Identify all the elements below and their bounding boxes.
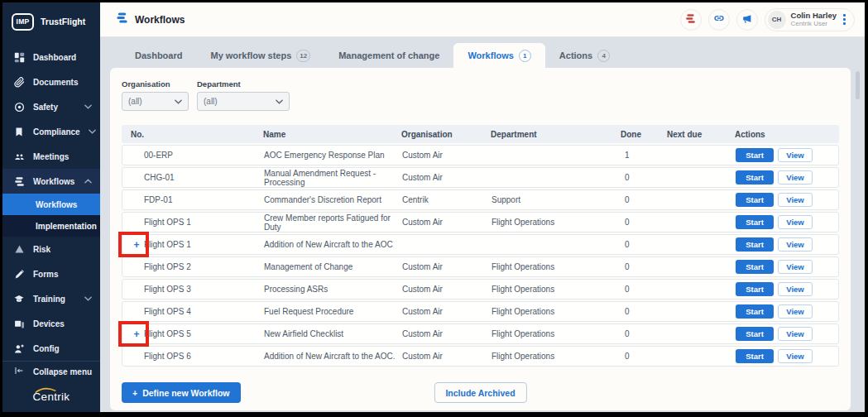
start-button[interactable]: Start (736, 170, 774, 185)
announcements-button[interactable] (736, 9, 758, 31)
centrik-logo: Centrik (33, 391, 70, 403)
imp-logo: IMP (12, 13, 34, 31)
start-button[interactable]: Start (736, 215, 774, 229)
sidebar-item-config[interactable]: Config (2, 336, 100, 361)
start-button[interactable]: Start (736, 148, 774, 162)
brand-area: IMP TrustFlight (2, 2, 100, 41)
row-organisation: Custom Air (402, 352, 492, 361)
table-row: Flight OPS 3 Processing ASRs Custom Air … (122, 279, 839, 300)
organisation-label: Organisation (122, 79, 189, 89)
page-title: Workflows (135, 14, 185, 26)
view-button[interactable]: View (778, 304, 813, 319)
sidebar-item-training[interactable]: Training (2, 286, 100, 311)
include-archived-button[interactable]: Include Archived (434, 382, 526, 403)
row-no: CHG-01 (144, 173, 175, 182)
meetings-icon (13, 151, 25, 162)
scrollbar-thumb[interactable] (856, 71, 860, 99)
row-organisation: Custom Air (402, 285, 492, 294)
collapse-arrow-icon (13, 366, 25, 377)
link-button[interactable] (708, 9, 730, 31)
chevron-up-icon (84, 179, 93, 184)
row-done: 1 (621, 151, 668, 160)
tab-workflows[interactable]: Workflows 1 (453, 43, 544, 68)
tab-actions[interactable]: Actions 4 (545, 43, 624, 68)
workflow-status-button[interactable] (680, 9, 702, 31)
view-button[interactable]: View (778, 349, 813, 363)
workflows-panel: Organisation (all) Department (all) (110, 68, 851, 410)
table-rows: 00-ERP AOC Emergency Response Plan Custo… (122, 145, 839, 367)
sidebar-subitem-label: Implementation (36, 222, 97, 231)
table-row: +Flight OPS 5 New Airfield Checklist Cus… (122, 324, 839, 344)
column-name: Name (263, 130, 401, 139)
tab-management-of-change[interactable]: Management of change (324, 43, 453, 68)
sidebar-item-documents[interactable]: Documents (2, 70, 100, 94)
sidebar-item-workflows[interactable]: Workflows (2, 169, 100, 194)
view-button[interactable]: View (778, 170, 813, 185)
sidebar-item-label: Compliance (33, 127, 80, 137)
department-select[interactable]: (all) (197, 92, 290, 111)
panel-footer: + Define new Workflow Include Archived (122, 382, 839, 403)
column-next-due: Next due (667, 130, 735, 139)
organisation-select[interactable]: (all) (122, 92, 189, 111)
collapse-menu-label: Collapse menu (33, 367, 92, 376)
sidebar-subitem-implementation[interactable]: Implementation (2, 215, 100, 237)
row-organisation: Centrik (402, 195, 492, 204)
collapse-menu-button[interactable]: Collapse menu (2, 362, 100, 381)
start-button[interactable]: Start (736, 260, 774, 274)
centrik-swoosh-icon (35, 386, 56, 394)
column-no: No. (122, 130, 263, 139)
start-button[interactable]: Start (736, 237, 774, 252)
chevron-down-icon (84, 296, 93, 301)
view-button[interactable]: View (778, 193, 813, 207)
row-name: New Airfield Checklist (264, 329, 402, 338)
row-done: 0 (621, 262, 668, 271)
row-department: Flight Operations (492, 262, 621, 271)
row-no: Flight OPS 5 (144, 329, 191, 338)
user-role: Centrik User (791, 20, 837, 28)
view-button[interactable]: View (778, 282, 813, 296)
start-button[interactable]: Start (736, 349, 774, 363)
chevron-down-icon (175, 97, 182, 106)
define-new-workflow-button[interactable]: + Define new Workflow (122, 382, 241, 403)
chevron-down-icon (84, 104, 93, 109)
sidebar-item-forms[interactable]: Forms (2, 261, 100, 286)
tab-label: My workflow steps (210, 50, 291, 60)
view-button[interactable]: View (778, 148, 813, 162)
view-button[interactable]: View (778, 215, 813, 229)
start-button[interactable]: Start (736, 193, 774, 207)
organisation-value: (all) (128, 97, 142, 106)
view-button[interactable]: View (778, 260, 813, 274)
view-button[interactable]: View (778, 327, 813, 341)
filters: Organisation (all) Department (all) (122, 68, 839, 111)
sidebar-item-compliance[interactable]: Compliance (2, 119, 100, 144)
tab-badge: 12 (296, 50, 310, 62)
column-actions: Actions (735, 130, 839, 139)
annotation-box-1 (118, 232, 149, 257)
start-button[interactable]: Start (736, 282, 774, 296)
sidebar-item-safety[interactable]: Safety (2, 94, 100, 119)
sidebar-item-label: Workflows (33, 177, 76, 186)
sidebar-item-devices[interactable]: Devices (2, 311, 100, 336)
app-window: IMP TrustFlight Dashboard Documents Safe… (0, 0, 868, 417)
workflows-table: No. Name Organisation Department Done Ne… (122, 125, 839, 367)
tab-dashboard[interactable]: Dashboard (121, 43, 196, 68)
kebab-menu-icon[interactable] (842, 12, 847, 26)
start-button[interactable]: Start (736, 327, 774, 341)
sidebar-item-meetings[interactable]: Meetings (2, 144, 100, 169)
content-area: Dashboard My workflow steps 12 Managemen… (100, 37, 865, 412)
avatar: CH (768, 11, 786, 29)
view-button[interactable]: View (778, 237, 813, 252)
start-button[interactable]: Start (736, 304, 774, 319)
user-menu[interactable]: CH Colin Harley Centrik User (765, 8, 855, 31)
tab-label: Actions (559, 50, 592, 60)
sidebar-subitem-workflows[interactable]: Workflows (2, 194, 100, 215)
column-done: Done (621, 130, 667, 139)
sidebar-item-risk[interactable]: Risk (2, 237, 100, 261)
sidebar-item-dashboard[interactable]: Dashboard (2, 45, 100, 70)
tab-bar: Dashboard My workflow steps 12 Managemen… (121, 43, 865, 68)
tab-my-workflow-steps[interactable]: My workflow steps 12 (196, 43, 324, 68)
department-value: (all) (204, 97, 218, 106)
row-department: Flight Operations (492, 307, 621, 316)
annotation-box-2 (118, 321, 149, 347)
table-row: +Flight OPS 1 Addition of New Aircraft t… (122, 234, 839, 255)
